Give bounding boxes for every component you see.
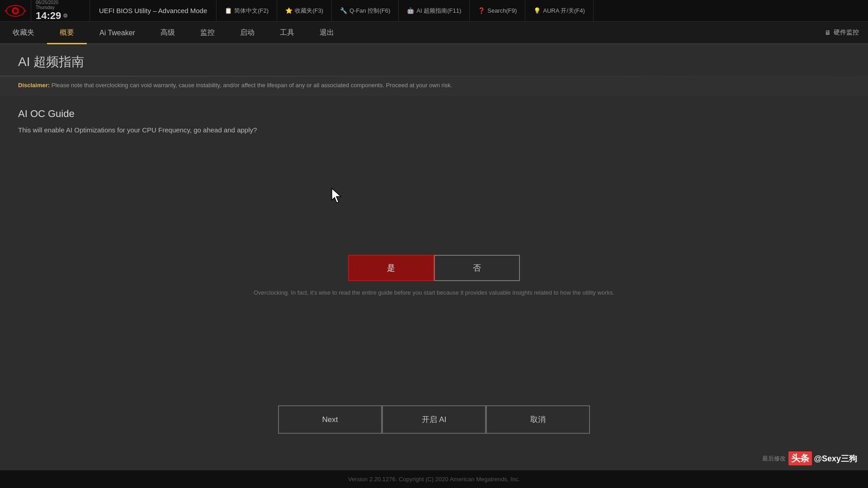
ai-guide-icon: 🤖 [407, 7, 414, 14]
tool-qfan-label: Q-Fan 控制(F6) [349, 7, 390, 15]
language-icon: 📋 [225, 7, 232, 14]
content-area: AI 超频指南 Disclaimer: Please note that ove… [0, 44, 868, 470]
page-title: AI 超频指南 [18, 53, 850, 70]
tool-language[interactable]: 📋 简体中文(F2) [217, 0, 277, 21]
search-icon: ❓ [478, 7, 485, 14]
cancel-button[interactable]: 取消 [486, 405, 590, 434]
nav-item-tools[interactable]: 工具 [267, 23, 307, 44]
dialog-area: AI OC Guide This will enable AI Optimiza… [0, 95, 868, 146]
tool-search-label: Search(F9) [487, 7, 517, 14]
tool-ai-guide-label: AI 超频指南(F11) [416, 7, 461, 15]
header: 06/25/2020 Thursday 14:29 ⚙ UEFI BIOS Ut… [0, 0, 868, 44]
watermark-handle: @Sexy三狗 [814, 453, 857, 464]
svg-point-2 [14, 9, 17, 13]
watermark-brand: 头条 @Sexy三狗 [788, 451, 857, 465]
header-tools: 📋 简体中文(F2) ⭐ 收藏夹(F3) 🔧 Q-Fan 控制(F6) 🤖 AI… [217, 0, 868, 21]
nav-item-favorites[interactable]: 收藏夹 [0, 23, 47, 44]
nav-item-monitor[interactable]: 监控 [188, 23, 227, 44]
nav-item-ai-tweaker[interactable]: Ai Tweaker [87, 23, 148, 44]
nav-item-boot[interactable]: 启动 [227, 23, 267, 44]
version-footer: Version 2.20.1276. Copyright (C) 2020 Am… [0, 470, 868, 488]
bios-title: UEFI BIOS Utility – Advanced Mode [90, 0, 217, 21]
no-button[interactable]: 否 [434, 255, 520, 281]
yes-button[interactable]: 是 [348, 255, 434, 281]
tool-favorites[interactable]: ⭐ 收藏夹(F3) [277, 0, 332, 21]
dialog-title: AI OC Guide [18, 108, 850, 120]
page-title-section: AI 超频指南 [0, 44, 868, 76]
monitor-icon: 🖥 [825, 29, 831, 36]
datetime-section: 06/25/2020 Thursday 14:29 ⚙ [31, 0, 90, 21]
aura-icon: 💡 [533, 7, 541, 14]
yn-buttons-row: 是 否 [0, 255, 868, 281]
tool-aura-label: AURA 开/关(F4) [543, 7, 585, 15]
day-display: Thursday [36, 5, 82, 10]
disclaimer-bar: Disclaimer: Please note that overclockin… [0, 76, 868, 95]
oc-note: Overclocking. In fact, it's wise to read… [0, 289, 868, 296]
time-value: 14:29 [36, 10, 61, 22]
next-button[interactable]: Next [278, 405, 382, 434]
date-display: 06/25/2020 [36, 0, 82, 5]
gear-icon[interactable]: ⚙ [63, 13, 68, 19]
dialog-message: This will enable AI Optimizations for yo… [18, 126, 850, 134]
rog-logo-area [0, 0, 31, 21]
disclaimer-label: Disclaimer: [18, 82, 50, 89]
header-row1: 06/25/2020 Thursday 14:29 ⚙ UEFI BIOS Ut… [0, 0, 868, 22]
time-display: 14:29 ⚙ [36, 10, 82, 22]
tool-ai-guide[interactable]: 🤖 AI 超频指南(F11) [399, 0, 470, 21]
toutiao-icon: 头条 [788, 451, 812, 465]
enable-ai-button[interactable]: 开启 AI [382, 405, 486, 434]
nav-item-exit[interactable]: 退出 [307, 23, 347, 44]
tool-language-label: 简体中文(F2) [234, 7, 269, 15]
qfan-icon: 🔧 [340, 7, 347, 14]
version-text: Version 2.20.1276. Copyright (C) 2020 Am… [348, 476, 520, 483]
nav-bar: 收藏夹 概要 Ai Tweaker 高级 监控 启动 工具 退出 🖥 硬件监控 [0, 22, 868, 44]
tool-search[interactable]: ❓ Search(F9) [470, 0, 525, 21]
favorites-icon: ⭐ [285, 7, 292, 14]
nav-item-overview[interactable]: 概要 [47, 23, 87, 44]
rog-logo [5, 3, 26, 19]
watermark: 最后修改 头条 @Sexy三狗 [762, 451, 857, 465]
nav-hw-monitor[interactable]: 🖥 硬件监控 [816, 22, 868, 43]
tool-favorites-label: 收藏夹(F3) [295, 7, 323, 15]
nav-item-advanced[interactable]: 高级 [148, 23, 188, 44]
bottom-nav-buttons: Next 开启 AI 取消 [0, 405, 868, 434]
tool-qfan[interactable]: 🔧 Q-Fan 控制(F6) [332, 0, 399, 21]
watermark-last-modified: 最后修改 [762, 455, 786, 463]
tool-aura[interactable]: 💡 AURA 开/关(F4) [525, 0, 593, 21]
disclaimer-text: Please note that overclocking can void w… [52, 82, 453, 89]
